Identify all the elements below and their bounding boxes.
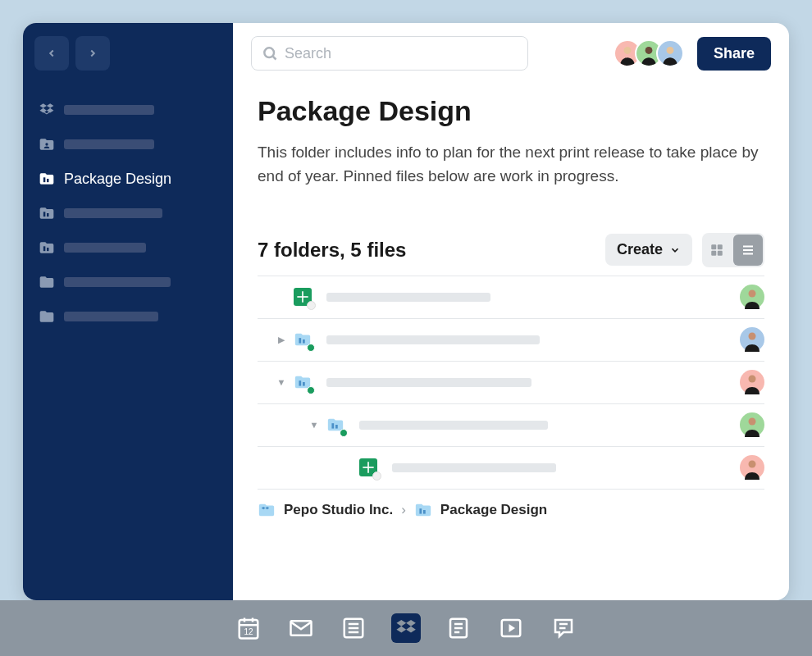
view-toggle xyxy=(702,233,764,267)
svg-point-0 xyxy=(45,143,48,145)
sync-check-badge xyxy=(340,429,348,437)
sidebar-item-root[interactable] xyxy=(31,93,225,126)
folder-icon xyxy=(326,416,344,434)
file-row[interactable]: ▶ xyxy=(258,319,764,362)
file-list: ▶▼▼ xyxy=(258,276,764,490)
svg-rect-25 xyxy=(303,339,305,344)
placeholder-bar xyxy=(64,277,171,287)
collaborator-avatars[interactable] xyxy=(614,39,684,67)
dock-document[interactable] xyxy=(444,613,473,643)
svg-rect-41 xyxy=(419,508,422,513)
sidebar-item[interactable] xyxy=(31,231,225,264)
forward-button[interactable] xyxy=(75,36,110,71)
company-folder-icon xyxy=(414,501,432,519)
sync-check-badge xyxy=(307,344,315,352)
svg-rect-6 xyxy=(47,248,49,251)
svg-rect-14 xyxy=(711,251,716,256)
sidebar-item-label: Package Design xyxy=(64,171,171,188)
spreadsheet-icon xyxy=(359,458,377,476)
grid-view-button[interactable] xyxy=(702,235,732,266)
folder-icon xyxy=(38,308,56,326)
svg-rect-33 xyxy=(335,425,338,429)
svg-point-9 xyxy=(624,47,632,54)
page-description: This folder includes info to plan for th… xyxy=(258,140,764,189)
dropbox-folder-icon xyxy=(258,501,276,519)
svg-point-35 xyxy=(749,418,756,426)
breadcrumb: Pepo Studio Inc. › Package Design xyxy=(258,490,764,531)
back-button[interactable] xyxy=(34,36,69,71)
svg-rect-42 xyxy=(423,510,426,514)
filename-placeholder xyxy=(359,421,548,430)
svg-point-40 xyxy=(749,461,756,468)
sidebar: Package Design xyxy=(23,23,233,600)
svg-rect-2 xyxy=(47,179,49,182)
dock-play[interactable] xyxy=(496,613,526,643)
dock: 12 xyxy=(0,600,812,656)
disclosure-closed-icon[interactable]: ▶ xyxy=(274,335,289,345)
svg-rect-4 xyxy=(47,213,49,216)
sidebar-item[interactable] xyxy=(31,300,225,333)
chevron-down-icon xyxy=(669,244,681,256)
page-title: Package Design xyxy=(258,95,764,127)
sidebar-item-package-design[interactable]: Package Design xyxy=(31,162,225,195)
file-row[interactable] xyxy=(258,276,764,319)
filename-placeholder xyxy=(326,335,540,344)
search-field[interactable] xyxy=(251,36,528,71)
folder-icon xyxy=(38,273,56,291)
placeholder-bar xyxy=(64,243,146,253)
dropbox-icon xyxy=(38,101,56,119)
avatar[interactable] xyxy=(656,39,684,67)
owner-avatar[interactable] xyxy=(740,285,764,309)
share-button[interactable]: Share xyxy=(697,37,771,71)
svg-rect-1 xyxy=(43,177,46,182)
folder-icon xyxy=(294,373,312,391)
svg-rect-3 xyxy=(43,212,46,216)
owner-avatar[interactable] xyxy=(740,412,764,437)
sidebar-item[interactable] xyxy=(31,197,225,230)
placeholder-bar xyxy=(64,105,154,115)
create-label: Create xyxy=(617,241,663,258)
cloud-badge xyxy=(372,472,381,481)
sidebar-item[interactable] xyxy=(31,266,225,298)
app-window: Package Design xyxy=(23,23,789,600)
search-icon xyxy=(262,45,278,61)
svg-point-23 xyxy=(749,290,756,298)
list-view-button[interactable] xyxy=(733,235,763,266)
sidebar-item[interactable] xyxy=(31,128,225,161)
placeholder-bar xyxy=(64,312,158,321)
file-row[interactable] xyxy=(258,447,764,490)
topbar: Share xyxy=(233,23,789,84)
file-row[interactable]: ▼ xyxy=(258,404,764,447)
dock-calendar[interactable]: 12 xyxy=(234,613,263,643)
filename-placeholder xyxy=(326,378,531,387)
placeholder-bar xyxy=(64,139,154,149)
dock-dropbox[interactable] xyxy=(391,613,421,643)
person-folder-icon xyxy=(38,135,56,153)
svg-point-27 xyxy=(749,333,756,340)
disclosure-open-icon[interactable]: ▼ xyxy=(274,377,289,387)
breadcrumb-current[interactable]: Package Design xyxy=(440,502,547,518)
breadcrumb-root[interactable]: Pepo Studio Inc. xyxy=(284,502,393,518)
dock-chat[interactable] xyxy=(549,613,578,643)
breadcrumb-separator: › xyxy=(401,502,406,518)
owner-avatar[interactable] xyxy=(740,370,764,394)
list-toolbar: 7 folders, 5 files Create xyxy=(258,233,764,267)
owner-avatar[interactable] xyxy=(740,455,764,480)
dock-list[interactable] xyxy=(339,613,368,643)
file-row[interactable]: ▼ xyxy=(258,362,764,404)
svg-rect-28 xyxy=(299,381,301,386)
owner-avatar[interactable] xyxy=(740,327,764,352)
svg-point-31 xyxy=(749,376,756,383)
create-button[interactable]: Create xyxy=(605,234,692,266)
folder-tree: Package Design xyxy=(31,93,225,333)
search-input[interactable] xyxy=(285,45,518,62)
svg-rect-13 xyxy=(718,244,723,249)
svg-rect-15 xyxy=(718,251,723,256)
folder-icon xyxy=(294,330,312,348)
disclosure-open-icon[interactable]: ▼ xyxy=(307,420,322,430)
svg-rect-32 xyxy=(331,424,334,429)
svg-point-10 xyxy=(645,47,653,54)
dock-mail[interactable] xyxy=(286,613,316,643)
svg-rect-5 xyxy=(43,246,46,251)
filename-placeholder xyxy=(392,463,556,472)
